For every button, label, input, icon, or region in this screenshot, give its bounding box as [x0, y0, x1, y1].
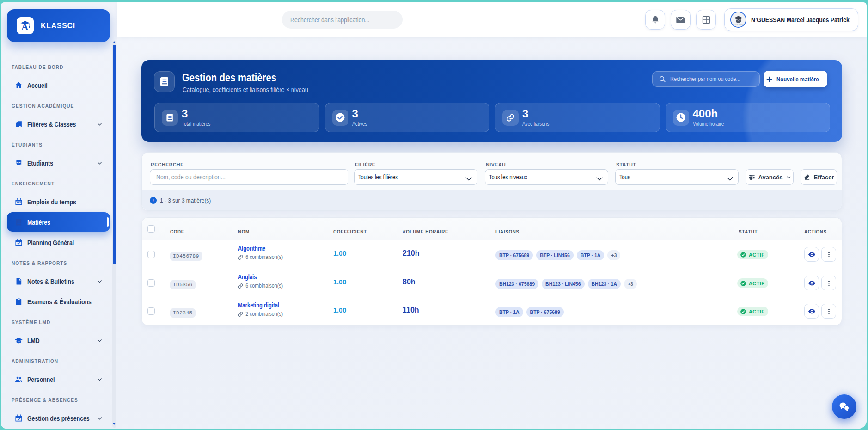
svg-text:NGUESSAN: NGUESSAN: [733, 24, 744, 26]
svg-text:A: A: [21, 21, 29, 32]
